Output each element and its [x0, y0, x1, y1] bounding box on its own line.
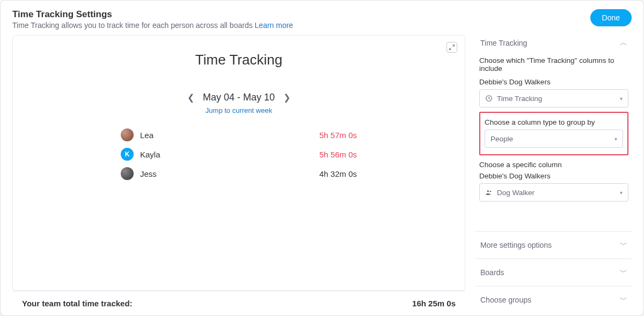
select-value: Time Tracking: [497, 95, 542, 103]
sidebar: Time Tracking ︿ Choose which "Time Track…: [475, 35, 632, 315]
person-row[interactable]: Jess 4h 32m 0s: [121, 164, 357, 183]
week-selector: ❮ May 04 - May 10 ❯: [13, 92, 465, 103]
panel-title: Time Tracking: [13, 52, 465, 68]
main-column: Time Tracking ❮ May 04 - May 10 ❯ Jump t…: [12, 35, 465, 315]
time-tracking-column-select[interactable]: Time Tracking ▾: [479, 89, 628, 107]
svg-line-1: [450, 48, 452, 50]
svg-line-0: [452, 45, 455, 47]
section-header-boards[interactable]: Boards ﹀: [478, 264, 630, 281]
clock-icon: [485, 95, 493, 102]
section-header-choose-groups[interactable]: Choose groups ﹀: [478, 292, 630, 308]
done-button[interactable]: Done: [590, 9, 632, 26]
dropdown-caret-icon: ▾: [620, 190, 623, 196]
section-choose-groups: Choose groups ﹀: [475, 286, 632, 315]
section-boards: Boards ﹀: [475, 258, 632, 286]
dropdown-caret-icon: ▾: [614, 136, 617, 142]
people-list: Lea 5h 57m 0s K Kayla 5h 56m 0s Jess 4h …: [121, 125, 357, 183]
chevron-down-icon: ﹀: [620, 295, 627, 305]
section-title: Time Tracking: [480, 39, 527, 47]
board-name-label: Debbie's Dog Walkers: [479, 172, 628, 180]
modal-body: Time Tracking ❮ May 04 - May 10 ❯ Jump t…: [1, 35, 643, 315]
group-by-highlight: Choose a column type to group by People …: [479, 112, 628, 155]
svg-point-3: [487, 190, 489, 192]
person-time: 5h 57m 0s: [319, 131, 357, 140]
header-text-block: Time Tracking Settings Time Tracking all…: [12, 9, 293, 30]
settings-modal: Time Tracking Settings Time Tracking all…: [0, 0, 644, 316]
jump-to-current-week-link[interactable]: Jump to current week: [13, 106, 465, 114]
total-value: 16h 25m 0s: [412, 299, 456, 308]
prev-week-button[interactable]: ❮: [187, 92, 194, 103]
board-name-label: Debbie's Dog Walkers: [479, 78, 628, 86]
section-header-time-tracking[interactable]: Time Tracking ︿: [478, 35, 630, 51]
avatar: [121, 167, 134, 180]
select-value: People: [491, 135, 513, 143]
person-row[interactable]: Lea 5h 57m 0s: [121, 125, 357, 145]
learn-more-link[interactable]: Learn more: [255, 21, 294, 30]
group-by-label: Choose a column type to group by: [485, 118, 623, 126]
person-row[interactable]: K Kayla 5h 56m 0s: [121, 145, 357, 164]
chevron-down-icon: ﹀: [620, 240, 627, 250]
time-tracking-panel: Time Tracking ❮ May 04 - May 10 ❯ Jump t…: [12, 35, 465, 291]
chevron-up-icon: ︿: [620, 38, 627, 48]
group-by-select[interactable]: People ▾: [485, 130, 623, 148]
specific-column-select[interactable]: Dog Walker ▾: [479, 183, 628, 202]
section-body: Choose which "Time Tracking" columns to …: [478, 51, 630, 202]
section-header-more-settings[interactable]: More settings options ﹀: [478, 237, 630, 253]
modal-header: Time Tracking Settings Time Tracking all…: [1, 1, 643, 35]
person-time: 4h 32m 0s: [319, 169, 357, 178]
person-name: Kayla: [140, 150, 319, 159]
subtitle-text: Time Tracking allows you to track time f…: [12, 21, 253, 30]
section-time-tracking: Time Tracking ︿ Choose which "Time Track…: [475, 35, 632, 209]
person-time: 5h 56m 0s: [319, 150, 357, 159]
dropdown-caret-icon: ▾: [620, 96, 623, 102]
person-name: Jess: [140, 169, 319, 178]
avatar: K: [121, 148, 134, 161]
person-name: Lea: [140, 131, 319, 140]
people-icon: [485, 189, 493, 196]
total-row: Your team total time tracked: 16h 25m 0s: [12, 291, 465, 315]
total-label: Your team total time tracked:: [22, 299, 133, 308]
modal-title: Time Tracking Settings: [12, 9, 293, 20]
week-range: May 04 - May 10: [203, 92, 275, 103]
section-title: Boards: [480, 268, 504, 277]
section-title: Choose groups: [480, 296, 531, 304]
chevron-down-icon: ﹀: [620, 268, 627, 277]
svg-point-4: [490, 191, 492, 192]
modal-subtitle: Time Tracking allows you to track time f…: [12, 21, 293, 30]
section-more-settings: More settings options ﹀: [475, 231, 632, 258]
section-title: More settings options: [480, 241, 552, 249]
avatar: [121, 128, 134, 141]
specific-column-label: Choose a specific column: [479, 161, 628, 169]
fullscreen-icon[interactable]: [447, 42, 457, 53]
next-week-button[interactable]: ❯: [283, 92, 290, 103]
choose-columns-label: Choose which "Time Tracking" columns to …: [479, 56, 628, 73]
select-value: Dog Walker: [497, 189, 535, 197]
